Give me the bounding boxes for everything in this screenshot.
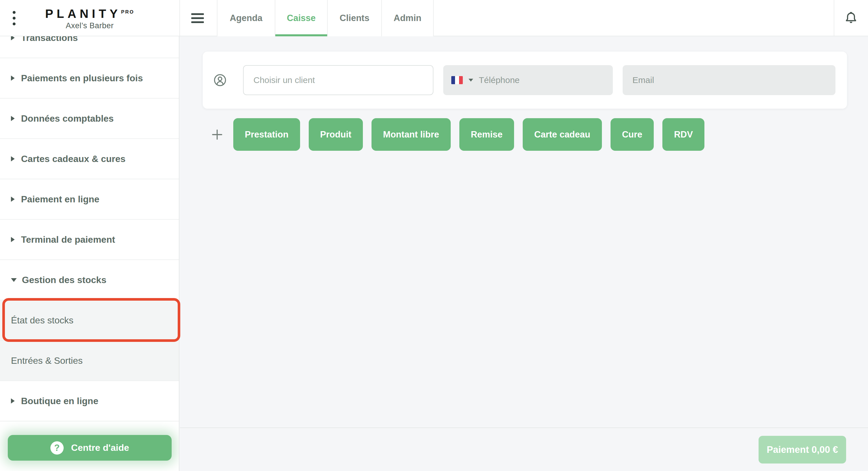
caisse-main-area: Prestation Produit Montant libre Remise … (180, 36, 868, 471)
payment-footer: Paiement 0,00 € (180, 428, 868, 471)
tab-clients-label: Clients (340, 13, 369, 23)
settings-sidebar: Transactions Paiements en plusieurs fois… (0, 36, 179, 471)
sidebar-item-gestion-des-stocks[interactable]: Gestion des stocks (0, 260, 179, 300)
client-search-input[interactable] (243, 65, 433, 95)
montant-libre-button[interactable]: Montant libre (372, 118, 451, 151)
remise-button[interactable]: Remise (459, 118, 514, 151)
chevron-right-icon (11, 76, 15, 81)
chevron-right-icon (11, 36, 15, 40)
hamburger-menu-icon[interactable] (191, 13, 204, 23)
main-nav-tabs: Agenda Caisse Clients Admin (217, 0, 434, 36)
user-circle-icon (213, 73, 227, 87)
sidebar-item-label: Boutique en ligne (21, 396, 98, 406)
phone-input[interactable] (479, 75, 605, 85)
sidebar-item-cartes-cadeaux-cures[interactable]: Cartes cadeaux & cures (0, 139, 179, 179)
sidebar-item-label: Données comptables (21, 113, 114, 124)
tab-caisse[interactable]: Caisse (275, 0, 327, 36)
sidebar-item-label: Cartes cadeaux & cures (21, 154, 126, 164)
brand-pro-badge: PRO (121, 9, 134, 15)
brand-name: PLANITYPRO (0, 5, 179, 21)
sidebar-item-paiement-en-ligne[interactable]: Paiement en ligne (0, 179, 179, 219)
bell-icon (843, 10, 859, 25)
france-flag-icon[interactable] (451, 76, 463, 84)
chevron-right-icon (11, 197, 15, 202)
planity-pro-app: PLANITYPRO Axel’s Barber Agenda Caisse C… (0, 0, 868, 471)
chevron-right-icon (11, 156, 15, 161)
caret-down-icon[interactable] (469, 79, 473, 82)
tab-agenda-label: Agenda (230, 13, 262, 23)
sidebar-item-label: Transactions (21, 36, 78, 43)
help-center-label: Centre d'aide (71, 442, 129, 453)
sidebar-item-label: Gestion des stocks (22, 275, 106, 285)
chevron-right-icon (11, 116, 15, 121)
sidebar-item-label: Paiements en plusieurs fois (21, 73, 143, 84)
sale-actions-row: Prestation Produit Montant libre Remise … (211, 118, 713, 151)
tab-admin[interactable]: Admin (381, 0, 434, 36)
notifications-button[interactable] (834, 0, 868, 36)
help-center-button[interactable]: ? Centre d'aide (8, 435, 172, 461)
sidebar-item-paiements-plusieurs-fois[interactable]: Paiements en plusieurs fois (0, 58, 179, 98)
sidebar-item-label: Paiement en ligne (21, 194, 99, 205)
brand-logo: PLANITYPRO Axel’s Barber (0, 5, 179, 31)
payment-button[interactable]: Paiement 0,00 € (758, 436, 846, 464)
produit-button[interactable]: Produit (309, 118, 363, 151)
client-selection-card (203, 52, 847, 109)
chevron-right-icon (11, 399, 15, 404)
prestation-button[interactable]: Prestation (233, 118, 300, 151)
tab-clients[interactable]: Clients (327, 0, 381, 36)
rdv-button[interactable]: RDV (662, 118, 704, 151)
sidebar-item-label: Terminal de paiement (21, 234, 115, 245)
sidebar-item-donnees-comptables[interactable]: Données comptables (0, 98, 179, 139)
brand-text: PLANITY (45, 7, 121, 21)
sidebar-item-entrees-sorties[interactable]: Entrées & Sorties (0, 341, 179, 381)
phone-field (443, 65, 613, 95)
plus-icon[interactable] (211, 128, 223, 141)
chevron-down-icon (11, 278, 17, 282)
top-header: PLANITYPRO Axel’s Barber Agenda Caisse C… (0, 0, 868, 36)
sidebar-item-terminal-de-paiement[interactable]: Terminal de paiement (0, 219, 179, 260)
sidebar-item-transactions[interactable]: Transactions (0, 36, 179, 58)
sidebar-item-label: État des stocks (11, 315, 73, 326)
salon-name: Axel’s Barber (0, 21, 179, 31)
header-divider-left (179, 0, 180, 36)
sidebar-item-etat-des-stocks[interactable]: État des stocks (0, 300, 179, 341)
tab-admin-label: Admin (394, 13, 421, 23)
tab-caisse-label: Caisse (287, 13, 316, 23)
email-input[interactable] (623, 65, 835, 95)
question-circle-icon: ? (51, 441, 64, 454)
cure-button[interactable]: Cure (611, 118, 654, 151)
sidebar-item-boutique-en-ligne[interactable]: Boutique en ligne (0, 381, 179, 421)
carte-cadeau-button[interactable]: Carte cadeau (523, 118, 602, 151)
tab-agenda[interactable]: Agenda (217, 0, 275, 36)
sidebar-item-label: Entrées & Sorties (11, 355, 83, 366)
chevron-right-icon (11, 237, 15, 242)
